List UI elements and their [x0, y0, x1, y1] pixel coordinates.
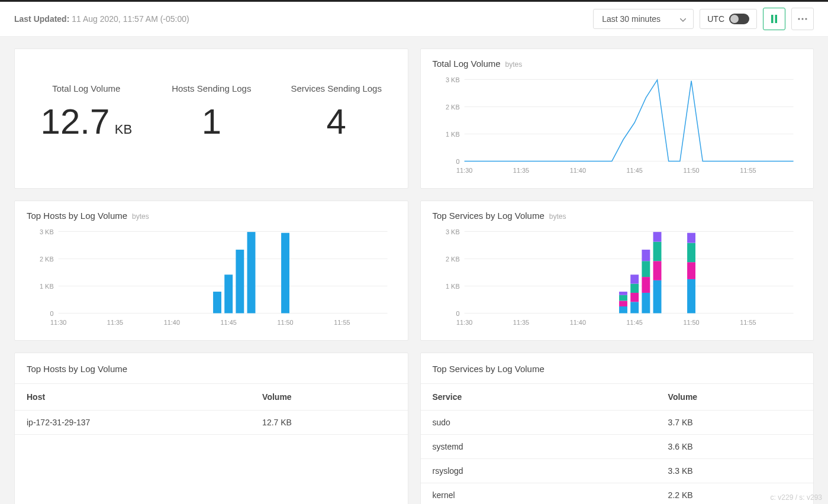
- topbar: Last Updated: 11 Aug 2020, 11:57 AM (-05…: [0, 0, 828, 37]
- svg-rect-57: [630, 293, 639, 302]
- card-subtitle: bytes: [505, 60, 523, 69]
- svg-text:11:40: 11:40: [164, 318, 180, 325]
- card-title: Top Services by Log Volume: [433, 211, 545, 221]
- svg-rect-67: [653, 232, 661, 241]
- svg-text:2 KB: 2 KB: [40, 255, 54, 262]
- svg-text:11:55: 11:55: [740, 318, 756, 325]
- svg-rect-56: [630, 302, 639, 313]
- svg-text:2 KB: 2 KB: [446, 103, 460, 110]
- kpi-label: Hosts Sending Logs: [172, 83, 251, 93]
- svg-rect-33: [213, 292, 221, 313]
- svg-rect-1: [775, 15, 778, 23]
- svg-text:11:45: 11:45: [626, 318, 642, 325]
- table-header: Host Volume: [15, 384, 408, 411]
- svg-text:11:35: 11:35: [513, 318, 529, 325]
- timezone-label: UTC: [707, 14, 724, 24]
- svg-rect-69: [687, 262, 695, 279]
- total-log-volume-chart[interactable]: 01 KB2 KB3 KB11:3011:3511:4011:4511:5011…: [435, 76, 800, 176]
- svg-rect-60: [642, 293, 650, 314]
- svg-text:11:40: 11:40: [569, 166, 585, 173]
- svg-text:2 KB: 2 KB: [446, 255, 460, 262]
- version-footer: c: v229 / s: v293: [771, 493, 822, 502]
- total-log-volume-chart-card: Total Log Volume bytes 01 KB2 KB3 KB11:3…: [420, 49, 814, 189]
- col-volume: Volume: [656, 384, 813, 410]
- top-services-table-card: Top Services by Log Volume Service Volum…: [420, 353, 814, 504]
- svg-rect-71: [687, 233, 695, 243]
- card-subtitle: bytes: [549, 212, 566, 221]
- svg-text:3 KB: 3 KB: [40, 228, 54, 235]
- card-title: Top Hosts by Log Volume: [27, 211, 127, 221]
- dashboard-grid: Total Log Volume 12.7 KB Hosts Sending L…: [0, 37, 828, 504]
- svg-rect-58: [630, 284, 639, 293]
- svg-rect-34: [224, 274, 233, 313]
- card-subtitle: bytes: [132, 212, 149, 221]
- svg-rect-53: [619, 301, 627, 306]
- top-hosts-table-card: Top Hosts by Log Volume Host Volume ip-1…: [14, 353, 408, 504]
- svg-rect-54: [619, 295, 627, 301]
- timezone-toggle[interactable]: UTC: [700, 9, 757, 29]
- svg-rect-35: [236, 250, 244, 313]
- svg-rect-70: [687, 243, 695, 263]
- svg-text:11:45: 11:45: [221, 318, 237, 325]
- last-updated-value: 11 Aug 2020, 11:57 AM (-05:00): [72, 14, 189, 24]
- col-host: Host: [15, 384, 250, 410]
- table-row[interactable]: systemd3.6 KB: [421, 435, 814, 459]
- kpi-unit: KB: [115, 122, 132, 137]
- pause-button[interactable]: [763, 8, 785, 30]
- svg-rect-52: [619, 306, 627, 314]
- top-services-chart[interactable]: 01 KB2 KB3 KB11:3011:3511:4011:4511:5011…: [435, 228, 800, 328]
- svg-text:11:35: 11:35: [513, 166, 529, 173]
- toggle-switch[interactable]: [729, 14, 749, 24]
- svg-rect-37: [281, 233, 289, 314]
- table-row[interactable]: rsyslogd3.3 KB: [421, 459, 814, 483]
- svg-text:3 KB: 3 KB: [446, 228, 460, 235]
- pause-icon: [771, 15, 778, 23]
- svg-rect-0: [771, 15, 774, 23]
- cell-service: sudo: [421, 411, 656, 434]
- svg-text:11:30: 11:30: [50, 318, 66, 325]
- svg-text:11:50: 11:50: [277, 318, 293, 325]
- kpi-value: 12.7: [41, 102, 110, 141]
- cell-service: rsyslogd: [421, 459, 656, 483]
- svg-text:11:50: 11:50: [683, 166, 699, 173]
- table-title: Top Services by Log Volume: [421, 353, 814, 384]
- cell-service: kernel: [421, 483, 656, 504]
- table-row[interactable]: sudo3.7 KB: [421, 411, 814, 435]
- svg-rect-65: [653, 261, 661, 280]
- svg-text:1 KB: 1 KB: [40, 282, 54, 289]
- top-hosts-chart-card: Top Hosts by Log Volume bytes 01 KB2 KB3…: [14, 201, 408, 341]
- table-row[interactable]: kernel2.2 KB: [421, 483, 814, 504]
- more-button[interactable]: [791, 8, 814, 30]
- svg-text:0: 0: [456, 157, 459, 164]
- svg-rect-36: [247, 232, 256, 313]
- cell-volume: 3.6 KB: [656, 435, 813, 458]
- kpi-value: 1: [202, 102, 221, 141]
- cell-volume: 3.7 KB: [656, 411, 813, 434]
- kpi-card: Total Log Volume 12.7 KB Hosts Sending L…: [14, 49, 408, 189]
- svg-rect-63: [642, 250, 650, 261]
- last-updated: Last Updated: 11 Aug 2020, 11:57 AM (-05…: [14, 14, 189, 24]
- svg-point-3: [801, 18, 803, 20]
- time-range-label: Last 30 minutes: [602, 14, 661, 24]
- table-header: Service Volume: [421, 384, 814, 411]
- svg-rect-62: [642, 261, 650, 277]
- svg-text:11:40: 11:40: [569, 318, 585, 325]
- table-title: Top Hosts by Log Volume: [15, 353, 408, 384]
- svg-text:3 KB: 3 KB: [446, 76, 460, 83]
- col-volume: Volume: [250, 384, 407, 410]
- kpi-label: Services Sending Logs: [291, 83, 382, 93]
- kpi-services-sending: Services Sending Logs 4: [291, 83, 382, 140]
- svg-rect-55: [619, 292, 627, 295]
- time-range-dropdown[interactable]: Last 30 minutes: [593, 9, 694, 29]
- svg-text:0: 0: [456, 309, 459, 316]
- card-title: Total Log Volume: [433, 59, 501, 69]
- table-row[interactable]: ip-172-31-29-13712.7 KB: [15, 411, 408, 435]
- col-service: Service: [421, 384, 656, 410]
- top-hosts-chart[interactable]: 01 KB2 KB3 KB11:3011:3511:4011:4511:5011…: [29, 228, 394, 328]
- svg-text:11:30: 11:30: [456, 318, 472, 325]
- svg-text:11:30: 11:30: [456, 166, 472, 173]
- svg-rect-64: [653, 280, 661, 314]
- kpi-label: Total Log Volume: [41, 83, 133, 93]
- cell-service: systemd: [421, 435, 656, 458]
- svg-text:11:35: 11:35: [107, 318, 123, 325]
